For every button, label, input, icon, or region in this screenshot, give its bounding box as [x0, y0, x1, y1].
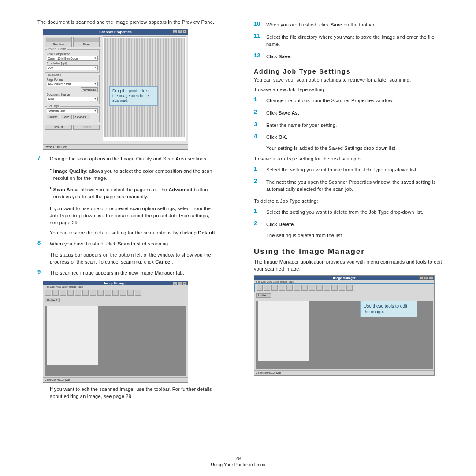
im2-status: 2479x3507[910x428]: [254, 370, 434, 375]
chevron-down-icon: ▼: [94, 97, 97, 100]
color-select[interactable]: Color - 16 Million Colors▼: [47, 56, 98, 61]
im-title: Image Manager: [43, 281, 188, 285]
minimize-icon[interactable]: _: [419, 276, 424, 280]
flip-icon[interactable]: [324, 285, 330, 291]
im2-title: Image Manager: [254, 276, 434, 280]
im-intro: The Image Manager application provides y…: [254, 259, 448, 273]
step-11-text: Select the file directory where you want…: [266, 34, 448, 48]
properties-icon[interactable]: [135, 290, 141, 296]
chevron-down-icon: ▼: [94, 66, 97, 69]
scanner-properties-dialog: Scanner Properties _ □ × Preview Scan Im…: [43, 29, 188, 150]
step-7-text: Change the scan options in the Image Qua…: [50, 156, 218, 163]
heading-image-manager: Using the Image Manager: [254, 247, 448, 256]
scale-icon[interactable]: [309, 285, 315, 291]
chevron-down-icon: ▼: [94, 82, 97, 85]
window-controls: _ □ ×: [173, 30, 187, 33]
effect-icon[interactable]: [339, 285, 345, 291]
flip-icon[interactable]: [112, 290, 119, 296]
doc-source-select[interactable]: Auto▼: [47, 97, 98, 101]
dialog-title: Scanner Properties: [43, 29, 188, 35]
column-divider: [236, 18, 236, 454]
page-number: 29: [0, 456, 476, 461]
after-im-text: If you want to edit the scanned image, u…: [50, 386, 218, 400]
step-num-11: 11: [254, 33, 262, 49]
zoom-out-icon[interactable]: [67, 290, 74, 296]
jt-intro: You can save your scan option settings t…: [254, 77, 448, 84]
effect-icon[interactable]: [127, 290, 134, 296]
scan-button[interactable]: Scan: [73, 37, 100, 47]
undo-icon[interactable]: [52, 290, 59, 296]
advanced-button[interactable]: Advanced: [81, 87, 98, 92]
jt-save-intro: To save a new Job Type setting:: [254, 86, 448, 93]
image-manager-window-large: Image Manager _□× File Edit View Zoom Im…: [254, 275, 435, 376]
footer-text: Using Your Printer in Linux: [0, 462, 476, 467]
minimize-icon[interactable]: _: [173, 282, 177, 285]
delete-button[interactable]: Delete: [47, 115, 60, 119]
rotate-icon[interactable]: [316, 285, 323, 291]
im2-tab[interactable]: Untitled1: [256, 293, 271, 298]
zoom-in-icon[interactable]: [286, 285, 293, 291]
redo-icon[interactable]: [271, 285, 278, 291]
crop-icon[interactable]: [90, 290, 96, 296]
im2-toolbar: [254, 283, 434, 292]
maximize-icon[interactable]: □: [178, 30, 182, 33]
step-9-text: The scanned image appears in the new Ima…: [50, 270, 218, 277]
properties-icon[interactable]: [346, 285, 353, 291]
image-quality-group: Image Quality Color Composition Color - …: [45, 49, 100, 73]
default-button[interactable]: Default: [45, 125, 72, 130]
job-type-select[interactable]: Standard Job▼: [47, 108, 98, 113]
callout-scan-area: Drag the pointer to set the image area t…: [109, 86, 158, 106]
redo-icon[interactable]: [60, 290, 66, 296]
undo-icon[interactable]: [264, 285, 270, 291]
save-as-button[interactable]: Save As...: [73, 115, 90, 119]
brightness-icon[interactable]: [120, 290, 126, 296]
step-num-10: 10: [254, 20, 262, 30]
scroll-icon[interactable]: [294, 285, 300, 291]
im-tab[interactable]: Untitled1: [45, 298, 60, 302]
crop-icon[interactable]: [301, 285, 308, 291]
step-num-8: 8: [37, 239, 45, 249]
scan-area-group: Scan Area Page Format A4 - 210x297 mm▼ A…: [45, 75, 100, 104]
im-menubar[interactable]: File Edit View Zoom Image Tools: [43, 285, 188, 289]
step-num-9: 9: [37, 268, 45, 278]
preview-button[interactable]: Preview: [45, 37, 72, 47]
page-format-select[interactable]: A4 - 210x297 mm▼: [47, 82, 98, 86]
para-preset: If you want to use one of the preset sca…: [50, 205, 218, 227]
step-num-12: 12: [254, 52, 262, 62]
scale-icon[interactable]: [97, 290, 104, 296]
im2-thumbnail: [258, 301, 309, 361]
save-icon[interactable]: [257, 285, 263, 291]
chevron-down-icon: ▼: [94, 109, 97, 112]
brightness-icon[interactable]: [331, 285, 338, 291]
rotate-icon[interactable]: [105, 290, 111, 296]
callout-tools: Use these tools to edit the image.: [360, 301, 417, 317]
job-type-group: Job Type Standard Job▼ Delete Save Save …: [45, 106, 100, 122]
im-thumbnail: [47, 306, 98, 365]
close-icon[interactable]: ×: [182, 282, 187, 285]
page-footer: 29 Using Your Printer in Linux: [0, 456, 476, 467]
im-canvas[interactable]: [45, 306, 186, 376]
im-toolbar: [43, 289, 188, 297]
status-bar: Press F1 for Help: [43, 144, 188, 149]
heading-job-type: Adding Job Type Settings: [254, 68, 448, 75]
im2-menubar[interactable]: File Edit View Zoom Image Tools: [254, 280, 434, 283]
scroll-icon[interactable]: [82, 290, 89, 296]
zoom-out-icon[interactable]: [279, 285, 285, 291]
close-icon[interactable]: ×: [182, 30, 187, 33]
maximize-icon[interactable]: □: [424, 276, 428, 280]
resolution-select[interactable]: 600▼: [47, 65, 98, 70]
save-icon[interactable]: [45, 290, 51, 296]
maximize-icon[interactable]: □: [178, 282, 182, 285]
minimize-icon[interactable]: _: [173, 30, 177, 33]
intro-text: The document is scanned and the image pr…: [37, 19, 218, 26]
save-button[interactable]: Save: [61, 115, 72, 119]
chevron-down-icon: ▼: [94, 57, 97, 60]
image-manager-window-small: Image Manager _□× File Edit View Zoom Im…: [43, 281, 188, 383]
zoom-in-icon[interactable]: [75, 290, 81, 296]
step-num-7: 7: [37, 154, 45, 164]
close-icon[interactable]: ×: [429, 276, 433, 280]
cancel-button[interactable]: Cancel: [73, 125, 100, 130]
im-status: 2479x3507[910x428]: [43, 377, 188, 382]
